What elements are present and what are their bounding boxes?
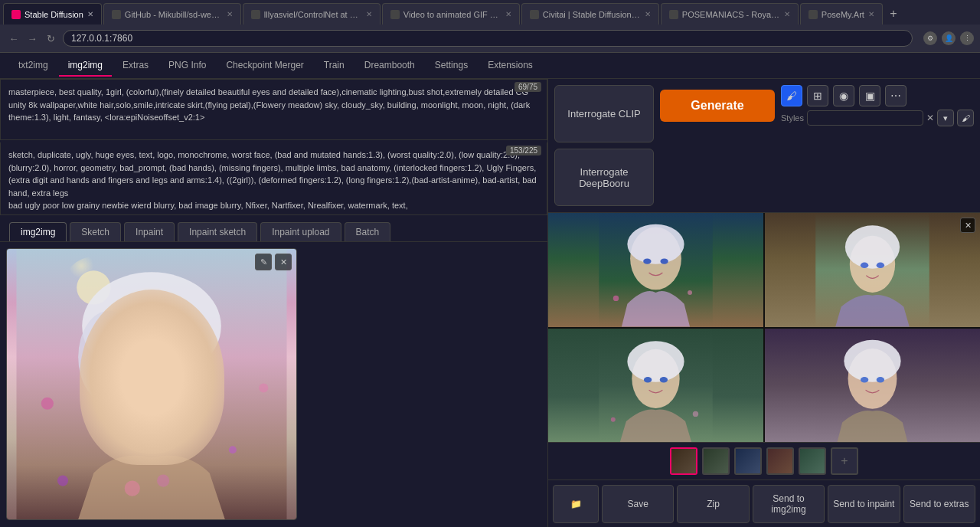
send-to-inpaint-button[interactable]: Send to inpaint <box>828 485 900 523</box>
svg-point-36 <box>627 341 684 381</box>
svg-point-6 <box>57 476 68 486</box>
nav-settings[interactable]: Settings <box>426 55 477 77</box>
svg-point-31 <box>845 225 900 268</box>
negative-char-counter: 153/225 <box>506 146 541 155</box>
close-upload-button[interactable]: ✕ <box>275 254 292 270</box>
interrogate-deepbooru-button[interactable]: Interrogate DeepBooru <box>554 149 654 206</box>
thumbnail-4[interactable] <box>766 447 794 475</box>
tab-label-5: Civitai | Stable Diffusion model... <box>543 10 641 19</box>
forward-button[interactable]: → <box>24 31 40 46</box>
nav-checkpoint-merger[interactable]: Checkpoint Merger <box>217 55 312 77</box>
thumbnail-1[interactable] <box>670 447 697 475</box>
svg-point-25 <box>643 258 651 264</box>
thumbnail-strip: + <box>548 442 980 480</box>
svg-point-10 <box>122 362 140 375</box>
nav-png-info[interactable]: PNG Info <box>159 55 215 77</box>
add-thumbnail-button[interactable]: + <box>831 447 858 475</box>
styles-clear-button[interactable]: ✕ <box>926 113 934 123</box>
nav-extensions[interactable]: Extensions <box>479 55 542 77</box>
style-icon-square[interactable]: ▣ <box>859 85 880 106</box>
uploaded-image <box>7 249 296 519</box>
positive-char-counter: 69/75 <box>514 82 541 92</box>
generate-area: Generate 🖌 ⊞ ◉ ▣ ⋯ Styles ✕ <box>660 85 974 206</box>
tab-github-mikubill[interactable]: GitHub - Mikubill/sd-webui-con... ✕ <box>103 3 241 25</box>
tab-close-7[interactable]: ✕ <box>868 10 874 18</box>
svg-point-37 <box>644 377 652 382</box>
app-navigation: txt2img img2img Extras PNG Info Checkpoi… <box>0 53 980 79</box>
style-icon-paint[interactable]: 🖌 <box>781 85 802 106</box>
tab-inpaint-upload[interactable]: Inpaint upload <box>260 222 341 241</box>
svg-point-17 <box>121 423 183 453</box>
tab-gif-converter[interactable]: Video to animated GIF converter ✕ <box>382 3 520 25</box>
style-icon-circle[interactable]: ◉ <box>833 85 854 106</box>
portrait-svg <box>7 249 296 519</box>
tab-batch[interactable]: Batch <box>345 222 391 241</box>
tab-close-1[interactable]: ✕ <box>87 10 93 18</box>
top-right-section: Interrogate CLIP Interrogate DeepBooru G… <box>548 79 980 213</box>
negative-prompt-textarea[interactable]: sketch, duplicate, ugly, huge eyes, text… <box>0 142 547 215</box>
tab-sketch[interactable]: Sketch <box>70 222 121 241</box>
styles-dropdown-button[interactable]: ▾ <box>937 110 954 126</box>
svg-point-43 <box>844 339 900 381</box>
nav-extras[interactable]: Extras <box>113 55 158 77</box>
zip-button[interactable]: Zip <box>677 485 749 523</box>
style-icon-dots[interactable]: ⋯ <box>885 85 906 106</box>
img2img-tabs: img2img Sketch Inpaint Inpaint sketch In… <box>0 218 547 242</box>
gallery-close-button[interactable]: ✕ <box>960 218 975 233</box>
styles-add-button[interactable]: 🖌 <box>957 110 974 126</box>
generate-button[interactable]: Generate <box>660 90 775 122</box>
send-to-img2img-button[interactable]: Send to img2img <box>753 485 825 523</box>
tab-controlnet[interactable]: lllyasviel/ControlNet at main ✕ <box>243 3 381 25</box>
svg-point-40 <box>693 411 698 416</box>
styles-input-field[interactable] <box>807 110 923 126</box>
tab-posemy[interactable]: PoseMy.Art ✕ <box>800 3 883 25</box>
svg-point-13 <box>168 364 177 373</box>
tab-posemaniacs[interactable]: POSEMANIACS - Royalty free 3... ✕ <box>661 3 799 25</box>
url-bar[interactable] <box>63 30 913 47</box>
svg-point-38 <box>660 377 668 382</box>
thumbnail-3[interactable] <box>734 447 762 475</box>
nav-txt2img[interactable]: txt2img <box>9 55 57 77</box>
interrogate-clip-button[interactable]: Interrogate CLIP <box>554 85 654 142</box>
style-icon-grid[interactable]: ⊞ <box>807 85 828 106</box>
new-tab-button[interactable]: + <box>884 5 903 23</box>
svg-point-5 <box>229 446 237 453</box>
pencil-tool-button[interactable]: ✎ <box>255 254 272 270</box>
folder-button[interactable]: 📁 <box>553 485 599 523</box>
svg-point-18 <box>125 481 140 496</box>
tab-close-5[interactable]: ✕ <box>645 10 651 18</box>
profile-icon[interactable]: 👤 <box>942 31 956 45</box>
back-button[interactable]: ← <box>6 31 21 46</box>
svg-point-20 <box>120 361 142 376</box>
tab-close-4[interactable]: ✕ <box>505 10 511 18</box>
image-upload-zone[interactable]: ✎ ✕ <box>6 248 297 520</box>
gallery-grid <box>548 213 980 442</box>
tab-img2img[interactable]: img2img <box>9 222 67 241</box>
tab-inpaint-sketch[interactable]: Inpaint sketch <box>178 222 257 241</box>
gallery-portrait-4 <box>765 329 980 443</box>
svg-point-9 <box>78 311 140 404</box>
left-panel: masterpiece, best quality, 1girl, (color… <box>0 79 548 527</box>
reload-button[interactable]: ↻ <box>43 31 58 46</box>
thumbnail-2[interactable] <box>702 447 730 475</box>
tab-close-6[interactable]: ✕ <box>784 10 790 18</box>
tab-stable-diffusion[interactable]: Stable Diffusion ✕ <box>3 3 102 25</box>
extensions-icon[interactable]: ⚙ <box>923 31 937 45</box>
tab-close-3[interactable]: ✕ <box>366 10 372 18</box>
thumbnail-5[interactable] <box>799 447 826 475</box>
tab-close-2[interactable]: ✕ <box>227 10 233 18</box>
tab-inpaint[interactable]: Inpaint <box>124 222 175 241</box>
settings-icon[interactable]: ⋮ <box>960 31 974 45</box>
save-button[interactable]: Save <box>602 485 674 523</box>
svg-point-15 <box>172 365 175 368</box>
nav-dreambooth[interactable]: Dreambooth <box>355 55 424 77</box>
svg-point-39 <box>611 417 616 421</box>
tab-civitai[interactable]: Civitai | Stable Diffusion model... ✕ <box>521 3 659 25</box>
send-to-extras-button[interactable]: Send to extras <box>903 485 975 523</box>
nav-train[interactable]: Train <box>315 55 354 77</box>
nav-img2img[interactable]: img2img <box>59 55 112 77</box>
svg-point-11 <box>163 362 181 375</box>
positive-prompt-textarea[interactable]: masterpiece, best quality, 1girl, (color… <box>0 79 547 140</box>
positive-prompt-box: masterpiece, best quality, 1girl, (color… <box>0 79 547 142</box>
main-layout: masterpiece, best quality, 1girl, (color… <box>0 79 980 527</box>
